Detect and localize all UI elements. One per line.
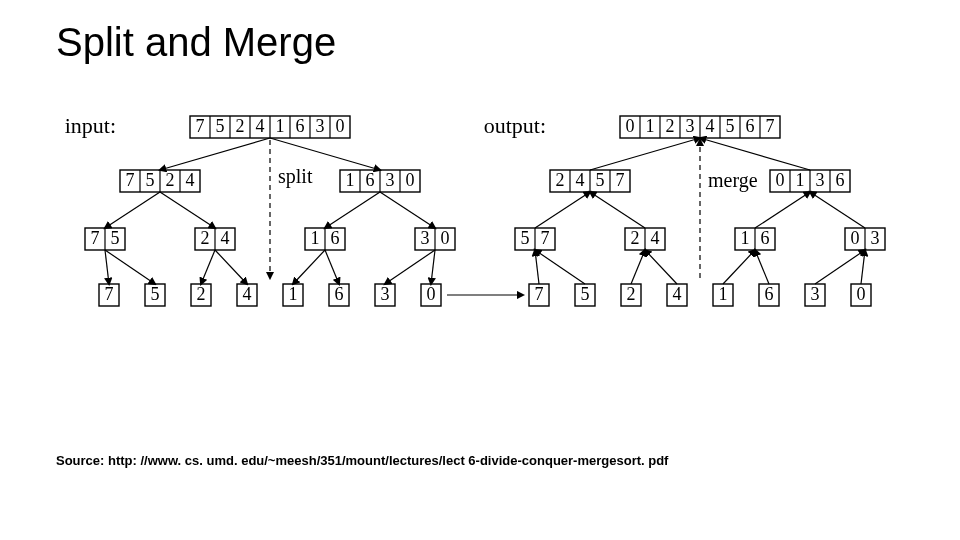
svg-line-154 [631, 250, 645, 284]
svg-line-67 [105, 192, 160, 228]
svg-line-72 [105, 250, 155, 284]
svg-text:7: 7 [126, 170, 135, 190]
svg-text:7: 7 [766, 116, 775, 136]
svg-line-73 [201, 250, 215, 284]
svg-line-149 [590, 192, 645, 228]
svg-text:5: 5 [726, 116, 735, 136]
svg-line-75 [293, 250, 325, 284]
svg-text:6: 6 [765, 284, 774, 304]
svg-line-156 [723, 250, 755, 284]
svg-text:0: 0 [776, 170, 785, 190]
svg-line-148 [535, 192, 590, 228]
svg-text:7: 7 [196, 116, 205, 136]
svg-text:6: 6 [331, 228, 340, 248]
svg-text:4: 4 [243, 284, 252, 304]
svg-line-78 [431, 250, 435, 284]
svg-text:3: 3 [816, 170, 825, 190]
svg-text:3: 3 [871, 228, 880, 248]
svg-line-71 [105, 250, 109, 284]
svg-text:6: 6 [296, 116, 305, 136]
svg-text:output:: output: [484, 113, 546, 138]
svg-text:3: 3 [381, 284, 390, 304]
svg-text:2: 2 [201, 228, 210, 248]
svg-text:7: 7 [105, 284, 114, 304]
svg-text:4: 4 [221, 228, 230, 248]
svg-text:0: 0 [857, 284, 866, 304]
svg-text:2: 2 [631, 228, 640, 248]
svg-text:5: 5 [111, 228, 120, 248]
svg-text:6: 6 [836, 170, 845, 190]
mergesort-diagram: input:75241630752416307524163075241630sp… [56, 106, 904, 366]
svg-text:5: 5 [596, 170, 605, 190]
svg-line-70 [380, 192, 435, 228]
svg-text:3: 3 [316, 116, 325, 136]
source-line: Source: http: //www. cs. umd. edu/~meesh… [56, 453, 668, 468]
svg-text:split: split [278, 165, 313, 188]
svg-text:2: 2 [627, 284, 636, 304]
svg-text:0: 0 [626, 116, 635, 136]
svg-text:7: 7 [616, 170, 625, 190]
svg-line-146 [590, 138, 700, 170]
svg-text:4: 4 [186, 170, 195, 190]
svg-text:3: 3 [421, 228, 430, 248]
svg-line-74 [215, 250, 247, 284]
svg-text:3: 3 [686, 116, 695, 136]
svg-text:2: 2 [236, 116, 245, 136]
svg-text:6: 6 [761, 228, 770, 248]
svg-text:0: 0 [441, 228, 450, 248]
svg-text:2: 2 [166, 170, 175, 190]
svg-line-151 [810, 192, 865, 228]
svg-text:6: 6 [335, 284, 344, 304]
svg-text:0: 0 [406, 170, 415, 190]
svg-text:2: 2 [666, 116, 675, 136]
svg-text:6: 6 [366, 170, 375, 190]
svg-text:3: 3 [386, 170, 395, 190]
svg-line-157 [755, 250, 769, 284]
svg-line-77 [385, 250, 435, 284]
svg-text:4: 4 [706, 116, 715, 136]
svg-text:1: 1 [346, 170, 355, 190]
svg-text:5: 5 [146, 170, 155, 190]
svg-line-68 [160, 192, 215, 228]
svg-text:5: 5 [581, 284, 590, 304]
svg-text:1: 1 [796, 170, 805, 190]
svg-line-158 [815, 250, 865, 284]
svg-text:0: 0 [851, 228, 860, 248]
svg-text:4: 4 [256, 116, 265, 136]
svg-text:1: 1 [311, 228, 320, 248]
svg-text:4: 4 [576, 170, 585, 190]
svg-text:1: 1 [289, 284, 298, 304]
svg-text:4: 4 [651, 228, 660, 248]
svg-text:merge: merge [708, 169, 758, 192]
svg-text:2: 2 [197, 284, 206, 304]
slide-title: Split and Merge [56, 20, 336, 65]
svg-line-69 [325, 192, 380, 228]
svg-text:4: 4 [673, 284, 682, 304]
svg-text:5: 5 [151, 284, 160, 304]
svg-text:0: 0 [427, 284, 436, 304]
svg-text:1: 1 [276, 116, 285, 136]
svg-text:7: 7 [91, 228, 100, 248]
svg-line-76 [325, 250, 339, 284]
svg-text:0: 0 [336, 116, 345, 136]
svg-text:2: 2 [556, 170, 565, 190]
svg-text:5: 5 [521, 228, 530, 248]
svg-text:7: 7 [541, 228, 550, 248]
svg-text:5: 5 [216, 116, 225, 136]
svg-line-152 [535, 250, 539, 284]
svg-line-147 [700, 138, 810, 170]
svg-text:1: 1 [646, 116, 655, 136]
svg-text:3: 3 [811, 284, 820, 304]
svg-text:6: 6 [746, 116, 755, 136]
svg-line-155 [645, 250, 677, 284]
svg-line-150 [755, 192, 810, 228]
svg-line-159 [861, 250, 865, 284]
svg-text:1: 1 [719, 284, 728, 304]
svg-text:1: 1 [741, 228, 750, 248]
svg-text:input:: input: [65, 113, 116, 138]
svg-text:7: 7 [535, 284, 544, 304]
svg-line-65 [160, 138, 270, 170]
svg-line-153 [535, 250, 585, 284]
